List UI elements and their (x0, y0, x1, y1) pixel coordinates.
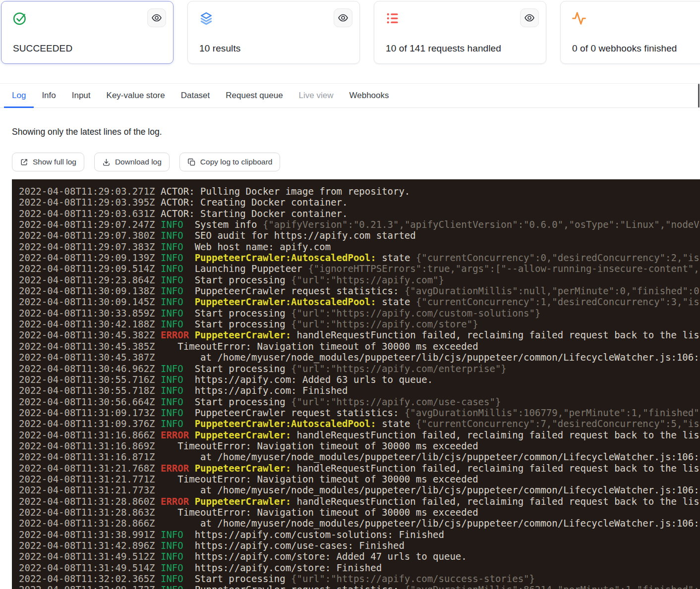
log-segment: https://apify.com: Added 63 urls to queu… (183, 374, 433, 385)
log-segment: 2022-04-08T11:29:03.395Z (19, 197, 161, 208)
log-segment: state (376, 296, 416, 307)
external-link-icon (20, 158, 28, 166)
tab-webhooks[interactable]: Webhooks (342, 84, 397, 107)
log-segment: Start processing (183, 308, 291, 319)
log-segment: 2022-04-08T11:31:28.860Z (19, 496, 161, 507)
log-segment: INFO (161, 562, 183, 573)
tab-live-view[interactable]: Live view (291, 84, 342, 107)
log-segment: Launching Puppeteer (183, 263, 308, 274)
log-segment: ACTOR: Creating Docker container. (161, 197, 348, 208)
log-segment: https://apify.com/store: Added 47 urls t… (183, 551, 467, 562)
log-segment: 2022-04-08T11:29:09.514Z (19, 263, 161, 274)
show-full-log-button[interactable]: Show full log (12, 153, 84, 171)
log-line: 2022-04-08T11:29:23.864Z INFO Start proc… (19, 274, 700, 285)
log-segment: {"apifyVersion":"0.21.3","apifyClientVer… (263, 219, 700, 230)
log-segment: TimeoutError: Navigation timeout of 3000… (161, 440, 478, 451)
log-line: 2022-04-08T11:30:45.387Z at /home/myuser… (19, 352, 700, 363)
log-segment (189, 329, 194, 340)
log-segment: ERROR (161, 429, 189, 440)
log-segment: 2022-04-08T11:30:56.664Z (19, 396, 161, 407)
log-segment: INFO (161, 584, 183, 589)
log-line: 2022-04-08T11:31:16.871Z at /home/myuser… (19, 451, 700, 462)
log-segment: PuppeteerCrawler:AutoscaledPool: (195, 252, 376, 263)
view-detail-button[interactable] (334, 8, 352, 27)
log-segment (189, 429, 194, 440)
log-segment: 2022-04-08T11:31:38.991Z (19, 529, 161, 540)
log-segment: 2022-04-08T11:31:09.376Z (19, 418, 161, 429)
scrollbar-thumb[interactable] (698, 84, 700, 107)
log-line: 2022-04-08T11:31:16.866Z ERROR Puppeteer… (19, 429, 700, 440)
log-line: 2022-04-08T11:29:03.271Z ACTOR: Pulling … (19, 186, 700, 197)
card-requests[interactable]: 10 of 141 requests handled (374, 1, 546, 64)
log-segment: {"url":"https://apify.com/custom-solutio… (291, 308, 540, 319)
log-segment: 2022-04-08T11:29:03.631Z (19, 208, 161, 219)
button-label: Download log (115, 158, 162, 166)
log-actions: Show full logDownload logCopy log to cli… (12, 153, 280, 171)
copy-log-button[interactable]: Copy log to clipboard (179, 153, 281, 171)
log-segment: 2022-04-08T11:29:07.383Z (19, 241, 161, 252)
button-label: Show full log (33, 158, 76, 166)
view-detail-button[interactable] (520, 8, 539, 27)
log-segment: at /home/myuser/node_modules/puppeteer/l… (161, 352, 700, 363)
log-segment: handleRequestFunction failed, reclaiming… (291, 429, 700, 440)
tab-input[interactable]: Input (64, 84, 99, 107)
log-segment: 2022-04-08T11:31:21.768Z (19, 463, 161, 474)
log-line: 2022-04-08T11:29:03.395Z ACTOR: Creating… (19, 197, 700, 208)
button-label: Copy log to clipboard (200, 158, 273, 166)
log-line: 2022-04-08T11:30:45.385Z TimeoutError: N… (19, 341, 700, 352)
tab-log[interactable]: Log (4, 84, 34, 107)
log-line: 2022-04-08T11:32:09.172Z INFO PuppeteerC… (19, 584, 700, 589)
tab-request-queue[interactable]: Request queue (218, 84, 291, 107)
log-line: 2022-04-08T11:31:21.768Z ERROR Puppeteer… (19, 463, 700, 474)
log-segment: at /home/myuser/node_modules/puppeteer/l… (161, 484, 700, 495)
log-segment: {"avgDurationMillis":86214,"perMinute":1… (405, 584, 700, 589)
log-line: 2022-04-08T11:29:09.139Z INFO PuppeteerC… (19, 252, 700, 263)
card-webhooks[interactable]: 0 of 0 webhooks finished (560, 1, 700, 64)
list-icon (385, 11, 400, 26)
log-segment: INFO (161, 418, 183, 429)
layers-icon (199, 11, 214, 26)
log-line: 2022-04-08T11:29:07.380Z INFO SEO audit … (19, 230, 700, 241)
log-line: 2022-04-08T11:29:03.631Z ACTOR: Starting… (19, 208, 700, 219)
log-segment: 2022-04-08T11:31:21.771Z (19, 474, 161, 484)
log-segment: {"currentConcurrency":1,"desiredConcurre… (416, 296, 700, 307)
log-segment: INFO (161, 308, 183, 319)
copy-icon (187, 158, 196, 166)
tab-info[interactable]: Info (34, 84, 63, 107)
view-detail-button[interactable] (147, 8, 166, 27)
log-segment: {"url":"https://apify.com/store"} (291, 319, 478, 329)
tab-dataset[interactable]: Dataset (173, 84, 218, 107)
log-segment: https://apify.com/store: Finished (183, 562, 382, 573)
log-line: 2022-04-08T11:30:46.962Z INFO Start proc… (19, 363, 700, 374)
log-note: Showing only the latest lines of the log… (12, 127, 162, 137)
log-segment: INFO (161, 285, 183, 296)
log-segment: SEO audit for https://apify.com started (183, 230, 416, 241)
log-line: 2022-04-08T11:30:55.718Z INFO https://ap… (19, 385, 700, 396)
log-segment: 2022-04-08T11:29:03.271Z (19, 186, 161, 197)
log-output[interactable]: 2022-04-08T11:29:03.271Z ACTOR: Pulling … (12, 179, 700, 589)
card-run-status[interactable]: SUCCEEDED (1, 1, 174, 64)
log-line: 2022-04-08T11:30:56.664Z INFO Start proc… (19, 396, 700, 407)
log-segment: PuppeteerCrawler:AutoscaledPool: (195, 418, 376, 429)
log-segment: INFO (161, 296, 183, 307)
log-segment: 2022-04-08T11:30:45.385Z (19, 341, 161, 352)
log-segment: INFO (161, 573, 183, 584)
download-log-button[interactable]: Download log (94, 153, 170, 171)
tab-key-value-store[interactable]: Key-value store (99, 84, 173, 107)
log-segment: at /home/myuser/node_modules/puppeteer/l… (161, 518, 700, 529)
log-segment: INFO (161, 219, 183, 230)
log-segment: 2022-04-08T11:31:09.173Z (19, 407, 161, 418)
log-line: 2022-04-08T11:31:42.896Z INFO https://ap… (19, 540, 700, 551)
log-segment: INFO (161, 274, 183, 285)
log-segment: 2022-04-08T11:32:02.365Z (19, 573, 161, 584)
log-segment: 2022-04-08T11:30:09.145Z (19, 296, 161, 307)
eye-icon (151, 12, 162, 23)
check-circle-icon (12, 11, 27, 26)
log-line: 2022-04-08T11:32:02.365Z INFO Start proc… (19, 573, 700, 584)
log-segment: TimeoutError: Navigation timeout of 3000… (161, 474, 478, 484)
log-segment (183, 296, 195, 307)
log-line: 2022-04-08T11:31:28.860Z ERROR Puppeteer… (19, 496, 700, 507)
log-segment: 2022-04-08T11:30:45.382Z (19, 329, 161, 340)
log-segment: 2022-04-08T11:30:55.718Z (19, 385, 161, 396)
card-results[interactable]: 10 results (187, 1, 360, 64)
